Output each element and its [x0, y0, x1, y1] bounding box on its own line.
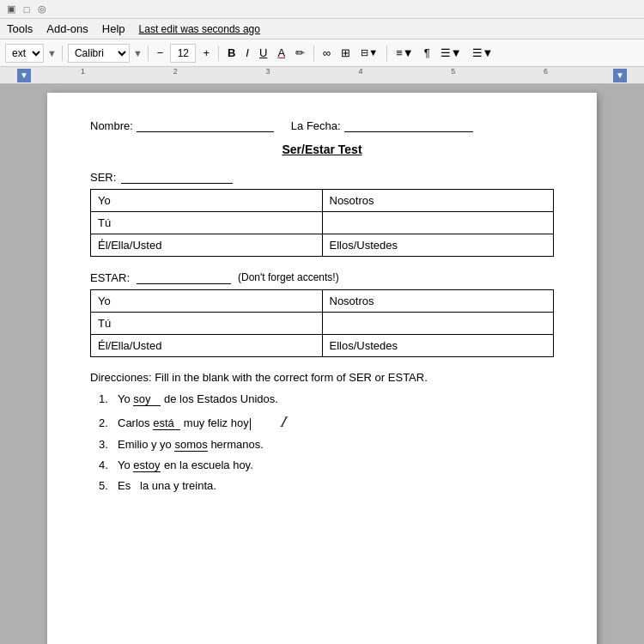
window-icon-2: □ [21, 3, 33, 15]
underline-button[interactable]: U [256, 44, 270, 63]
estar-table: Yo Nosotros Tú Él/Ella/Usted Ellos/Usted… [90, 289, 554, 357]
sentence-3: Emilio y yo somos hermanos. [118, 438, 264, 452]
table-row: Él/Ella/Usted Ellos/Ustedes [91, 234, 554, 257]
item-num-4: 4. [99, 459, 114, 471]
estar-nosotros: Nosotros [322, 290, 554, 313]
toolbar-sep-5 [386, 46, 387, 61]
nombre-field: Nombre: [90, 118, 274, 132]
sentence-2: Carlos está muy feliz hoy [118, 416, 251, 430]
fecha-label: La Fecha: [291, 119, 341, 132]
sentence-5: Es la una y treinta. [118, 479, 216, 492]
fecha-field: La Fecha: [291, 118, 473, 132]
window-icon-1: ▣ [5, 3, 17, 15]
font-size-input[interactable] [170, 44, 196, 63]
font-size-decrease[interactable]: − [154, 44, 167, 63]
menu-tools[interactable]: Tools [7, 22, 33, 35]
ser-blank-line [121, 170, 233, 184]
ruler-track: 1 2 3 4 5 6 [34, 67, 613, 83]
image-button[interactable]: ⊟▼ [357, 44, 381, 63]
list-item: 1. Yo soy de los Estados Unidos. [99, 392, 554, 406]
toolbar-sep-4 [313, 46, 314, 61]
line-spacing-button[interactable]: ¶ [421, 44, 434, 63]
cursor-indicator: 𝐼 [280, 413, 285, 431]
ser-el: Él/Ella/Usted [91, 234, 323, 257]
list-button-1[interactable]: ☰▼ [437, 44, 465, 63]
menu-addons[interactable]: Add-ons [46, 22, 88, 35]
list-item: 2. Carlos está muy feliz hoy 𝐼 [99, 413, 554, 431]
item-num-3: 3. [99, 438, 114, 451]
item-num-1: 1. [99, 392, 114, 405]
estar-blank-line [137, 270, 231, 284]
bold-button[interactable]: B [224, 44, 239, 63]
align-button[interactable]: ≡▼ [392, 44, 416, 63]
fecha-input-line [344, 118, 473, 132]
sentence-4: Yo estoy en la escuela hoy. [118, 459, 253, 472]
ruler: ▼ 1 2 3 4 5 6 ▼ [0, 67, 644, 84]
toolbar-sep-2 [148, 46, 149, 61]
ser-yo: Yo [91, 190, 323, 212]
document-page: Nombre: La Fecha: Ser/Estar Test SER: Yo… [47, 93, 597, 644]
list-button-2[interactable]: ☰▼ [469, 44, 497, 63]
estar-ellos: Ellos/Ustedes [322, 335, 554, 357]
toolbar: ext ▼ Calibri ▼ − + B I U A ✏ ∞ ⊞ ⊟▼ ≡▼ … [0, 39, 644, 67]
estar-tu: Tú [91, 313, 323, 335]
text-cursor [250, 418, 251, 430]
directions-text: Direcciones: Fill in the blank with the … [90, 371, 554, 384]
menubar: Tools Add-ons Help Last edit was seconds… [0, 19, 644, 39]
document-title: Ser/Estar Test [90, 143, 554, 156]
list-item: 5. Es la una y treinta. [99, 479, 554, 492]
blank-somos: somos [174, 438, 207, 452]
document-area: Nombre: La Fecha: Ser/Estar Test SER: Yo… [0, 84, 644, 644]
toolbar-arrow-font: ▼ [133, 48, 143, 58]
list-item: 3. Emilio y yo somos hermanos. [99, 438, 554, 452]
blank-esta: está [153, 416, 180, 430]
link-button[interactable]: ∞ [319, 44, 334, 63]
toolbar-arrow-style: ▼ [47, 48, 57, 58]
item-num-2: 2. [99, 416, 114, 429]
fill-blank-list: 1. Yo soy de los Estados Unidos. 2. Carl… [90, 392, 554, 492]
table-row: Tú [91, 313, 554, 335]
font-select[interactable]: Calibri [68, 44, 130, 63]
ser-ellos: Ellos/Ustedes [322, 234, 554, 257]
table-row: Él/Ella/Usted Ellos/Ustedes [91, 335, 554, 357]
toolbar-sep-1 [62, 46, 63, 61]
blank-estoy: estoy [133, 459, 161, 472]
estar-label: ESTAR: [90, 271, 130, 284]
estar-nosotros-blank [322, 313, 554, 335]
estar-el: Él/Ella/Usted [91, 335, 323, 357]
ser-nosotros: Nosotros [322, 190, 554, 212]
table-row: Tú [91, 212, 554, 234]
table-row: Yo Nosotros [91, 190, 554, 212]
toolbar-sep-3 [218, 46, 219, 61]
ser-table: Yo Nosotros Tú Él/Ella/Usted Ellos/Usted… [90, 189, 554, 257]
ser-tu: Tú [91, 212, 323, 234]
ser-label: SER: [90, 171, 116, 184]
font-color-button[interactable]: A [274, 44, 289, 63]
paint-format-button[interactable]: ✏ [292, 44, 308, 63]
ser-section-label: SER: [90, 170, 554, 184]
list-item: 4. Yo estoy en la escuela hoy. [99, 459, 554, 472]
sentence-1: Yo soy de los Estados Unidos. [118, 392, 278, 406]
window-chrome: ▣ □ ◎ [0, 0, 644, 19]
ser-nosotros-blank [322, 212, 554, 234]
header-line: Nombre: La Fecha: [90, 118, 554, 132]
nombre-input-line [137, 118, 274, 132]
item-num-5: 5. [99, 479, 114, 492]
comment-button[interactable]: ⊞ [337, 44, 354, 63]
italic-button[interactable]: I [242, 44, 252, 63]
accent-note: (Don't forget accents!) [238, 271, 339, 283]
table-row: Yo Nosotros [91, 290, 554, 313]
estar-header: ESTAR: (Don't forget accents!) [90, 270, 554, 284]
estar-yo: Yo [91, 290, 323, 313]
style-select[interactable]: ext [5, 44, 44, 63]
window-icon-3: ◎ [36, 3, 48, 15]
ruler-arrow-right[interactable]: ▼ [613, 69, 627, 82]
font-size-increase[interactable]: + [199, 44, 213, 63]
last-edit-status: Last edit was seconds ago [139, 23, 260, 35]
nombre-label: Nombre: [90, 119, 133, 132]
menu-help[interactable]: Help [102, 22, 125, 35]
blank-soy: soy [133, 392, 161, 406]
